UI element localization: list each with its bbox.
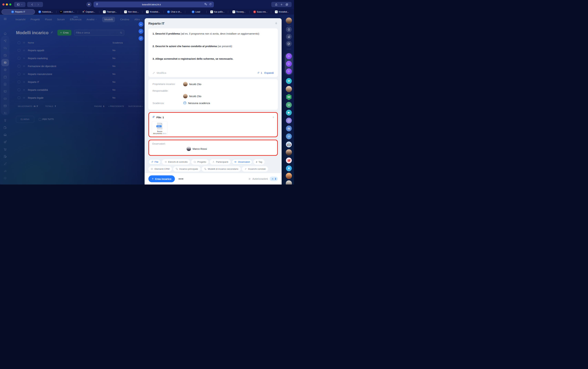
robot-avatar[interactable]: 🤖 — [286, 142, 292, 147]
chip-osservatori[interactable]: Osservatori — [232, 159, 252, 164]
copilot-item[interactable] — [286, 53, 292, 59]
b-favicon: b — [253, 10, 256, 13]
forward-icon[interactable] — [37, 3, 40, 6]
tab-knowledge-1[interactable]: 24 Knowled... — [142, 9, 164, 14]
close-slider-button[interactable]: × — [139, 22, 143, 27]
reader-icon[interactable] — [96, 3, 99, 6]
calendar-item[interactable] — [286, 118, 292, 123]
notifications-button[interactable] — [286, 27, 292, 32]
chip-incarico-principale[interactable]: Incarico principale — [173, 166, 201, 172]
octopus-avatar[interactable]: 🐙 — [286, 157, 292, 163]
chip-partecipanti[interactable]: Partecipanti — [210, 159, 231, 164]
browser-chrome: M bxtest59.bitrix24.it 2 — [0, 0, 294, 15]
sync-chat-button[interactable] — [286, 41, 292, 47]
tab-controlla[interactable]: * controlla l... — [56, 9, 78, 14]
paperclip-icon[interactable] — [257, 72, 259, 74]
tab-overview-icon[interactable] — [285, 3, 288, 6]
contact-card-icon — [287, 127, 291, 130]
parent-task-icon — [175, 168, 178, 170]
autorizzazioni-button[interactable]: Autorizzazioni — [248, 177, 268, 180]
observers-label: Osservatori: — [152, 142, 274, 145]
tab-kak-rabo[interactable]: 24 Как рабо... — [207, 9, 228, 14]
bitrix24-app: Incarichi Progetti Flussi Scrum 100% Eff… — [0, 15, 294, 184]
calendar-icon — [287, 119, 291, 122]
copilot-item[interactable] — [286, 68, 292, 74]
avatar[interactable] — [286, 86, 292, 92]
attachment-count[interactable]: 1 — [261, 71, 262, 74]
file-tile[interactable]: DOCX Nuovo documento.docx — [152, 121, 168, 135]
chip-file[interactable]: File — [148, 159, 161, 164]
members-count-pill[interactable]: 3 — [270, 177, 278, 181]
app-right-sidebar: SD 🤖 🐙 — [284, 15, 294, 184]
copilot-sparkle-icon — [287, 55, 291, 58]
modifica-button[interactable]: Modifica — [152, 71, 166, 74]
bookmark-item[interactable] — [286, 165, 292, 171]
espandi-link[interactable]: Espandi — [264, 71, 274, 74]
reload-icon[interactable] — [209, 3, 212, 6]
flame-icon[interactable] — [274, 22, 278, 26]
tab-non-riesc[interactable]: 24 Non riesc... — [121, 9, 142, 14]
address-bar[interactable]: bxtest59.bitrix24.it — [93, 1, 214, 7]
description-item: 2. Descrivi le azioni che hanno condotto… — [152, 45, 274, 48]
close-icon: × — [140, 23, 142, 26]
sidebar-toggle-button[interactable] — [14, 2, 25, 7]
avatar[interactable] — [286, 18, 292, 24]
copilot-item[interactable] — [286, 61, 292, 67]
tab-povtorn[interactable]: 24 Повторн... — [99, 9, 121, 14]
video-call-item[interactable] — [286, 110, 292, 115]
minimize-window-button[interactable] — [6, 3, 8, 6]
tab-autorizza[interactable]: 24 Autorizza... — [35, 9, 56, 14]
open-lines-chat[interactable] — [286, 78, 292, 84]
tab-serial[interactable]: R Сериал... — [78, 9, 99, 14]
asterisk-favicon: * — [60, 10, 62, 13]
chip-tag[interactable]: # Tag — [253, 159, 264, 164]
copilot-sparkle-icon — [287, 62, 291, 65]
avatar[interactable] — [286, 180, 292, 184]
chip-modelli-incarico-secondario[interactable]: Modelli di incarico secondario — [202, 166, 241, 172]
deadline-value[interactable]: Nessuna scadenza — [183, 101, 210, 105]
zoom-window-button[interactable] — [9, 3, 11, 6]
task-monitor-item[interactable] — [286, 102, 292, 108]
tab-baza-otv[interactable]: b База отв... — [250, 9, 271, 14]
contact-card-item[interactable] — [286, 125, 292, 131]
plus-icon: + — [152, 177, 154, 181]
sidebar-icon — [17, 3, 20, 6]
task-monitor-item[interactable] — [286, 133, 292, 139]
open-new-window-button[interactable] — [139, 36, 143, 41]
copilot-button[interactable] — [286, 34, 292, 40]
avatar[interactable] — [286, 149, 292, 155]
owner-value[interactable]: Nicolò Zito — [183, 82, 201, 86]
avatar[interactable] — [286, 173, 292, 179]
panel-title: Reparto IT — [148, 22, 164, 25]
tab-chat[interactable]: 24 Chat e ch... — [164, 9, 185, 14]
close-window-button[interactable] — [2, 3, 4, 6]
share-icon[interactable] — [275, 3, 278, 6]
more-actions-button[interactable] — [179, 178, 183, 180]
chip-progetto[interactable]: Progetto — [191, 159, 209, 164]
sd-badge[interactable]: SD — [286, 94, 292, 100]
field-chips-row-2: Elementi CRM Incarico principale Modelli… — [148, 166, 278, 172]
extension-icon[interactable]: M — [86, 2, 91, 7]
chip-elementi-crm[interactable]: Elementi CRM — [148, 166, 172, 172]
tab-lead[interactable]: 24 Lead — [185, 9, 206, 14]
responsible-value[interactable]: Nicolò Zito — [183, 94, 201, 98]
r-favicon: R — [82, 10, 85, 13]
browser-toolbar: M bxtest59.bitrix24.it — [0, 0, 294, 9]
tab-knowledge-2[interactable]: 24 Knowled... — [271, 9, 293, 14]
video-camera-icon — [287, 111, 291, 114]
crea-incarico-button[interactable]: + Crea incarico — [148, 175, 175, 182]
tab-reparto-it[interactable]: 24 Reparto IT — [1, 9, 35, 14]
chip-incarichi-correlati[interactable]: Incarichi correlati — [242, 166, 268, 172]
panel-footer: + Crea incarico Autorizzazioni 3 — [145, 173, 282, 184]
observer-value[interactable]: Marco Rossi — [152, 146, 274, 151]
slider-controls: × — [139, 22, 143, 41]
tab-pochemu[interactable]: 24 Почему... — [228, 9, 249, 14]
back-icon[interactable] — [31, 3, 34, 6]
file-name: Nuovo documento.docx — [152, 130, 167, 134]
new-tab-icon[interactable] — [280, 3, 283, 6]
translate-icon[interactable] — [204, 3, 207, 6]
copy-link-button[interactable] — [139, 29, 143, 34]
add-file-button[interactable]: + — [272, 115, 274, 119]
chip-elenchi-di-controllo[interactable]: Elenchi di controllo — [162, 159, 190, 164]
bookmark-icon — [287, 167, 291, 170]
